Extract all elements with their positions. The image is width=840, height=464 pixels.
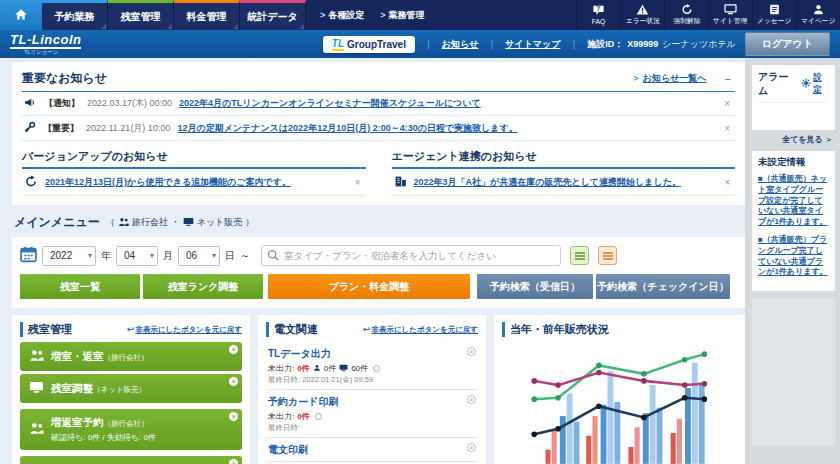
tab-reservation[interactable]: 予約業務 bbox=[42, 0, 108, 30]
logo-subtext: TLリンカーン bbox=[10, 50, 81, 56]
day-select[interactable]: 06 bbox=[178, 246, 220, 266]
news-link[interactable]: 2022年4月のTLリンカーンオンラインセミナー開催スケジュールについて bbox=[179, 97, 481, 110]
util-faq[interactable]: ? FAQ bbox=[576, 0, 620, 30]
close-icon[interactable]: × bbox=[721, 177, 733, 188]
tl-data-output-link[interactable]: TLデータ出力 bbox=[268, 348, 331, 359]
person-count: 0件 bbox=[324, 363, 336, 374]
alarm-setting-link[interactable]: 設定 bbox=[801, 72, 829, 96]
grouptravel-logo-mark: TL bbox=[332, 38, 344, 51]
news-link[interactable]: 2021年12月13日(月)から使用できる追加機能のご案内です。 bbox=[45, 176, 291, 189]
versionup-news-section: バージョンアップのお知らせ 2021年12月13日(月)から使用できる追加機能の… bbox=[22, 149, 366, 196]
news-row: 【重要】 2022.11.21(月) 10:00 12月の定期メンテナンスは20… bbox=[22, 116, 735, 141]
main-menu-card: 2022 年 04 月 06 日 ～ 残室一覧 残室ランク調整 プラン・料金調整… bbox=[12, 237, 745, 308]
refresh-status-icon[interactable] bbox=[315, 413, 322, 420]
hide-button[interactable]: × bbox=[229, 459, 238, 464]
versionup-news-title: バージョンアップのお知らせ bbox=[22, 149, 366, 169]
collapse-button[interactable]: − bbox=[721, 73, 735, 85]
app-logo[interactable]: TL-Lincoln TLリンカーン bbox=[10, 33, 81, 56]
notice-link[interactable]: お知らせ bbox=[442, 38, 479, 51]
hide-button[interactable]: × bbox=[229, 345, 238, 354]
util-error-status[interactable]: エラー状況 bbox=[620, 0, 664, 30]
chart-wrap bbox=[502, 347, 737, 464]
calendar-icon bbox=[20, 246, 37, 265]
util-label: FAQ bbox=[592, 17, 606, 25]
news-link[interactable]: 12月の定期メンテナンスは2022年12月10日(月) 2:00～4:30の日程… bbox=[177, 122, 517, 135]
paren: ） bbox=[245, 216, 254, 229]
hide-button[interactable]: × bbox=[229, 412, 238, 421]
link-settings[interactable]: >各種設定 bbox=[320, 9, 364, 22]
home-tab[interactable] bbox=[0, 0, 42, 30]
hide-button[interactable]: × bbox=[229, 377, 238, 386]
year-select[interactable]: 2022 bbox=[42, 246, 96, 266]
quick-link-label: 業務管理 bbox=[389, 10, 425, 20]
news-list-link[interactable]: ＞お知らせ一覧へ bbox=[632, 72, 707, 85]
grouptravel-button[interactable]: TL GroupTravel bbox=[323, 36, 415, 53]
month-select[interactable]: 04 bbox=[116, 246, 158, 266]
tab-rate[interactable]: 料金管理 bbox=[174, 0, 240, 30]
last-datetime: 最終日時: 2022.01.21(金) 09:59 bbox=[268, 375, 464, 385]
util-label: メッセージ bbox=[757, 17, 791, 26]
booking-search-received-button[interactable]: 予約検索（受信日） bbox=[477, 274, 593, 299]
restore-hidden-buttons-link[interactable]: ↩非表示にしたボタンを元に戻す bbox=[127, 324, 242, 335]
refresh-icon bbox=[681, 4, 693, 15]
error-icon bbox=[636, 4, 649, 15]
search-icon bbox=[267, 249, 279, 263]
search-input[interactable] bbox=[261, 245, 561, 266]
green-list-view-toggle[interactable] bbox=[570, 246, 589, 265]
telegram-print-link[interactable]: 電文印刷 bbox=[268, 444, 308, 455]
inquiry-business-button[interactable]: 照会業務（旅行会社） × bbox=[20, 456, 242, 464]
logout-button[interactable]: ログアウト bbox=[745, 32, 830, 56]
util-mypage[interactable]: マイページ bbox=[796, 0, 840, 30]
reservation-card-print-link[interactable]: 予約カード印刷 bbox=[268, 396, 338, 407]
close-icon[interactable]: × bbox=[352, 177, 364, 188]
room-stock-adjust-button[interactable]: 残室調整（ネット販売） × bbox=[20, 374, 242, 403]
booking-search-checkin-button[interactable]: 予約検索（チェックイン日） bbox=[596, 274, 730, 299]
orange-list-view-toggle[interactable] bbox=[598, 246, 617, 265]
see-all-link[interactable]: 全てを見る ＞ bbox=[752, 130, 835, 151]
stat-value: 0件 bbox=[297, 411, 309, 422]
button-note: （旅行会社） bbox=[104, 419, 149, 428]
setting-link-label: 設定 bbox=[813, 72, 829, 96]
hide-button[interactable]: × bbox=[467, 347, 476, 356]
people-icon bbox=[29, 349, 44, 364]
news-row: 【通知】 2022.03.17(木) 00:00 2022年4月のTLリンカーン… bbox=[22, 92, 735, 116]
undo-arrow-icon: ↩ bbox=[127, 324, 135, 334]
unset-info-link[interactable]: ■（共通販売）プラングループ完了していない共通プランが1件あります。 bbox=[758, 235, 829, 278]
hide-button[interactable]: × bbox=[467, 443, 476, 452]
tab-label: 料金管理 bbox=[187, 10, 227, 24]
hide-button[interactable]: × bbox=[467, 395, 476, 404]
restore-hidden-buttons-link[interactable]: ↩非表示にしたボタンを元に戻す bbox=[363, 324, 478, 335]
wrench-icon bbox=[24, 121, 36, 135]
link-operations[interactable]: >業務管理 bbox=[380, 9, 424, 22]
plan-rate-adjust-button[interactable]: プラン・料金調整 bbox=[268, 274, 470, 299]
news-link[interactable]: 2022年3月「A社」が共通在庫の販売先として連携開始しました。 bbox=[414, 176, 681, 189]
util-site-admin[interactable]: サイト管理 bbox=[708, 0, 752, 30]
telegram-panel-title: 電文関連 bbox=[266, 322, 318, 337]
tab-room-stock[interactable]: 残室管理 bbox=[108, 0, 174, 30]
add-return-room-booking-button[interactable]: 増返室予約（旅行会社） 確認待ち: 0件 / 失効待ち: 0件 × bbox=[20, 409, 242, 450]
home-icon bbox=[14, 8, 28, 23]
monitor-icon bbox=[339, 364, 348, 374]
news-datetime: 2022.11.21(月) 10:00 bbox=[86, 122, 170, 135]
tab-statistics[interactable]: 統計データ bbox=[240, 0, 306, 30]
news-band: 重要なお知らせ ＞お知らせ一覧へ − 【通知】 2022.03.17(木) 00… bbox=[12, 62, 745, 205]
top-navigation: 予約業務 残室管理 料金管理 統計データ >各種設定 >業務管理 ? FAQ エ… bbox=[0, 0, 840, 30]
svg-text:?: ? bbox=[597, 5, 601, 12]
unset-info-link[interactable]: ■（共通販売）ネット室タイプグループ設定が完了していない共通室タイプが1件ありま… bbox=[758, 174, 829, 228]
close-icon[interactable]: × bbox=[721, 123, 733, 134]
close-icon[interactable]: × bbox=[721, 98, 733, 109]
room-rank-adjust-button[interactable]: 残室ランク調整 bbox=[143, 274, 263, 299]
restore-link-label: 非表示にしたボタンを元に戻す bbox=[371, 325, 478, 334]
button-label: 増室・返室 bbox=[51, 350, 104, 362]
stat-value: 0件 bbox=[297, 363, 309, 374]
sitemap-link[interactable]: サイトマップ bbox=[505, 38, 560, 51]
add-return-room-button[interactable]: 増室・返室（旅行会社） × bbox=[20, 342, 242, 371]
room-stock-list-button[interactable]: 残室一覧 bbox=[20, 274, 140, 299]
stat-label: 未出力: bbox=[268, 363, 294, 374]
paren: （ bbox=[106, 216, 115, 229]
refresh-status-icon[interactable] bbox=[373, 365, 380, 372]
room-stock-panel: 残室管理 ↩非表示にしたボタンを元に戻す 増室・返室（旅行会社） × 残室調整（… bbox=[12, 315, 250, 464]
sub-news-band: バージョンアップのお知らせ 2021年12月13日(月)から使用できる追加機能の… bbox=[22, 149, 735, 196]
util-message[interactable]: メッセージ bbox=[752, 0, 796, 30]
util-force-unlock[interactable]: 強制解除 bbox=[664, 0, 708, 30]
